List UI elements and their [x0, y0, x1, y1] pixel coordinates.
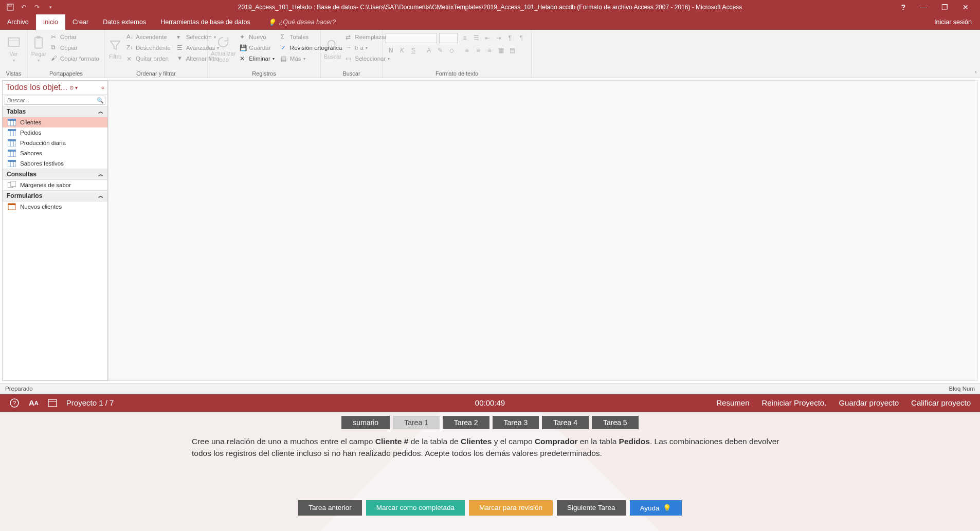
gm-help-icon[interactable]: ? [9, 398, 20, 408]
funnel-icon: ▾ [177, 33, 184, 41]
svg-rect-2 [8, 38, 19, 46]
find-button[interactable]: Buscar [324, 32, 341, 66]
minimize-icon[interactable]: — [920, 3, 927, 11]
align-left-icon[interactable]: ≡ [462, 45, 472, 56]
nav-table-item[interactable]: Sabores [3, 148, 107, 158]
task-tab[interactable]: Tarea 4 [542, 416, 589, 429]
indent-dec-icon[interactable]: ⇤ [482, 33, 493, 43]
cut-button[interactable]: ✂Cortar [49, 32, 101, 42]
help-button[interactable]: Ayuda💡 [630, 500, 682, 516]
tab-home[interactable]: Inicio [36, 14, 65, 30]
task-tab[interactable]: Tarea 1 [393, 416, 440, 429]
svg-rect-13 [8, 129, 16, 131]
redo-icon[interactable]: ↷ [31, 1, 43, 13]
paste-button[interactable]: Pegar▾ [31, 32, 47, 66]
gm-link-grade[interactable]: Calificar proyecto [911, 398, 971, 407]
bullets-icon[interactable]: ≡ [460, 33, 470, 43]
nav-group-header-tables[interactable]: Tablas︽ [3, 106, 107, 117]
task-tab[interactable]: sumario [341, 416, 390, 429]
save-icon[interactable] [4, 1, 16, 13]
refresh-all-button[interactable]: Actualizar todo [211, 32, 235, 66]
svg-rect-21 [8, 150, 16, 152]
tab-file[interactable]: Archivo [0, 14, 36, 30]
qat-dropdown-icon[interactable]: ▾ [44, 1, 57, 13]
task-tab[interactable]: Tarea 5 [592, 416, 639, 429]
nav-table-item[interactable]: Pedidos [3, 127, 107, 138]
underline-icon[interactable]: S [408, 45, 419, 56]
collapse-ribbon-icon[interactable]: ˄ [974, 71, 977, 77]
sign-in-link[interactable]: Iniciar sesión [934, 14, 980, 30]
sort-asc-button[interactable]: A↓Ascendente [124, 32, 173, 42]
save-record-button[interactable]: 💾Guardar [238, 43, 277, 53]
select-icon: ▭ [346, 55, 353, 62]
gm-window-icon[interactable] [48, 399, 57, 407]
nav-dropdown-icon[interactable]: ⊙ ▾ [69, 85, 78, 90]
nav-form-item[interactable]: Nuevos clientes [3, 202, 107, 212]
next-task-button[interactable]: Siguiente Tarea [557, 500, 626, 516]
group-label-find: Buscar [324, 70, 379, 77]
search-icon[interactable]: 🔍 [96, 96, 105, 104]
tab-create[interactable]: Crear [65, 14, 96, 30]
gridlines-icon[interactable]: ▦ [496, 45, 506, 56]
gm-timer: 00:00:49 [475, 398, 505, 407]
rtl-icon[interactable]: ¶ [516, 33, 527, 43]
task-tab[interactable]: Tarea 3 [493, 416, 539, 429]
view-button[interactable]: Ver▾ [3, 32, 24, 66]
nav-group-header-queries[interactable]: Consultas︽ [3, 169, 107, 180]
nav-table-item[interactable]: Sabores festivos [3, 158, 107, 169]
prev-task-button[interactable]: Tarea anterior [298, 500, 361, 516]
help-icon[interactable]: ? [901, 3, 905, 11]
gm-link-summary[interactable]: Resumen [716, 398, 749, 407]
restore-icon[interactable]: ❐ [941, 3, 948, 11]
nav-search: 🔍 [5, 96, 105, 105]
fill-color-icon[interactable]: ◇ [446, 45, 457, 56]
close-icon[interactable]: ✕ [963, 3, 969, 11]
format-painter-button[interactable]: 🖌Copiar formato [49, 53, 101, 64]
nav-collapse-icon[interactable]: « [101, 84, 104, 90]
gm-link-restart[interactable]: Reiniciar Proyecto. [761, 398, 826, 407]
mark-review-button[interactable]: Marcar para revisión [469, 500, 553, 516]
align-right-icon[interactable]: ≡ [484, 45, 495, 56]
font-color-icon[interactable]: A [424, 45, 434, 56]
numbering-icon[interactable]: ☰ [471, 33, 481, 43]
tab-db-tools[interactable]: Herramientas de base de datos [153, 14, 257, 30]
gmetrix-header: ? AA Proyecto 1 / 7 00:00:49 Resumen Rei… [0, 394, 980, 412]
task-tabs: sumarioTarea 1Tarea 2Tarea 3Tarea 4Tarea… [0, 412, 980, 433]
svg-rect-25 [8, 160, 16, 162]
indent-inc-icon[interactable]: ⇥ [494, 33, 504, 43]
sort-desc-button[interactable]: Z↓Descendente [124, 43, 173, 53]
group-find: Buscar ⇄Reemplazar →Ir a ▾ ▭Seleccionar … [321, 30, 383, 78]
gm-link-save[interactable]: Guardar proyecto [839, 398, 899, 407]
nav-query-item[interactable]: Márgenes de sabor [3, 180, 107, 190]
filter-button[interactable]: Filtro [108, 32, 122, 66]
ltr-icon[interactable]: ¶ [505, 33, 515, 43]
more-icon: ▤ [281, 55, 288, 62]
align-center-icon[interactable]: ≡ [473, 45, 483, 56]
font-size-input[interactable] [439, 33, 458, 43]
tell-me-search[interactable]: 💡 ¿Qué desea hacer? [258, 14, 336, 30]
goto-icon: → [346, 44, 353, 51]
tab-external-data[interactable]: Datos externos [96, 14, 153, 30]
nav-table-item[interactable]: Clientes [3, 117, 107, 127]
italic-icon[interactable]: K [397, 45, 407, 56]
nav-table-item[interactable]: Producción diaria [3, 138, 107, 148]
lightbulb-icon: 💡 [268, 19, 276, 26]
bold-icon[interactable]: N [386, 45, 396, 56]
nav-group-header-forms[interactable]: Formularios︽ [3, 190, 107, 202]
nav-pane-header[interactable]: Todos los objet... ⊙ ▾ « [3, 81, 107, 95]
gm-font-size-icon[interactable]: AA [29, 398, 39, 407]
task-tab[interactable]: Tarea 2 [443, 416, 489, 429]
alt-row-icon[interactable]: ▤ [507, 45, 517, 56]
nav-group-queries: Consultas︽ Márgenes de sabor [3, 169, 107, 190]
remove-sort-button[interactable]: ⨯Quitar orden [124, 53, 173, 64]
svg-point-6 [328, 41, 335, 48]
mark-complete-button[interactable]: Marcar como completada [366, 500, 465, 516]
copy-button[interactable]: ⧉Copiar [49, 43, 101, 53]
svg-rect-4 [35, 37, 42, 48]
undo-icon[interactable]: ↶ [17, 1, 30, 13]
new-record-button[interactable]: ✦Nuevo [238, 32, 277, 42]
nav-search-input[interactable] [5, 96, 96, 104]
delete-record-button[interactable]: ✕Eliminar ▾ [238, 53, 277, 64]
font-name-input[interactable] [386, 33, 437, 43]
highlight-icon[interactable]: ✎ [435, 45, 445, 56]
